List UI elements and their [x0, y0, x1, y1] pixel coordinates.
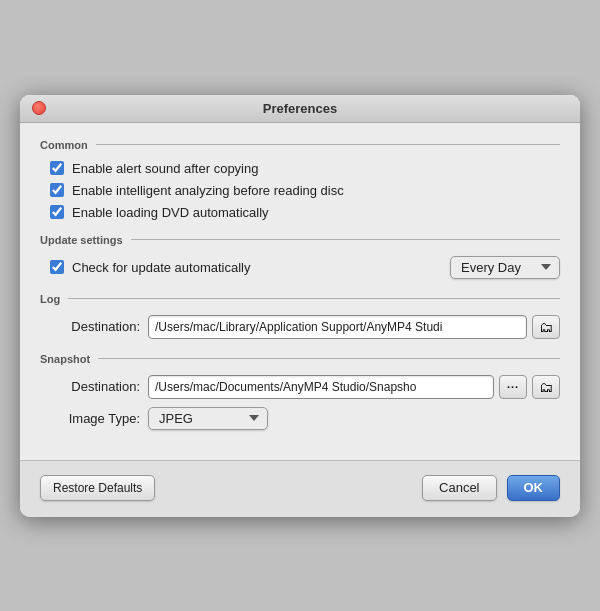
snapshot-section: Snapshot Destination: ··· 🗂 Image Type: …	[40, 353, 560, 430]
checkbox-check-update[interactable]	[50, 260, 64, 274]
window-title: Preferences	[263, 101, 337, 116]
checkbox-intelligent-analyzing-label: Enable intelligent analyzing before read…	[72, 183, 344, 198]
snapshot-section-label: Snapshot	[40, 353, 98, 365]
update-section-line	[131, 239, 560, 240]
checkbox-intelligent-analyzing-row: Enable intelligent analyzing before read…	[40, 183, 560, 198]
snapshot-ellipsis-button[interactable]: ···	[499, 375, 527, 399]
checkbox-alert-sound[interactable]	[50, 161, 64, 175]
window-body: Common Enable alert sound after copying …	[20, 123, 580, 460]
update-left: Check for update automatically	[50, 260, 250, 275]
folder-icon: 🗂	[539, 319, 553, 335]
snapshot-browse-button[interactable]: 🗂	[532, 375, 560, 399]
folder-icon-snapshot: 🗂	[539, 379, 553, 395]
close-button[interactable]	[32, 101, 46, 115]
log-browse-button[interactable]: 🗂	[532, 315, 560, 339]
footer-right: Cancel OK	[422, 475, 560, 501]
checkbox-loading-dvd[interactable]	[50, 205, 64, 219]
checkbox-loading-dvd-label: Enable loading DVD automatically	[72, 205, 269, 220]
checkbox-alert-sound-row: Enable alert sound after copying	[40, 161, 560, 176]
common-section-line	[96, 144, 560, 145]
snapshot-destination-row: Destination: ··· 🗂	[40, 375, 560, 399]
log-section-label: Log	[40, 293, 68, 305]
restore-defaults-button[interactable]: Restore Defaults	[40, 475, 155, 501]
log-section-header: Log	[40, 293, 560, 305]
update-frequency-dropdown[interactable]: Every Day Every Week Every Month Never	[450, 256, 560, 279]
image-type-row: Image Type: JPEG PNG BMP	[40, 407, 560, 430]
log-destination-input[interactable]	[148, 315, 527, 339]
image-type-label: Image Type:	[50, 411, 140, 426]
preferences-window: Preferences Common Enable alert sound af…	[20, 95, 580, 517]
common-section-label: Common	[40, 139, 96, 151]
ok-button[interactable]: OK	[507, 475, 561, 501]
ellipsis-icon: ···	[507, 381, 519, 393]
title-bar: Preferences	[20, 95, 580, 123]
common-section-header: Common	[40, 139, 560, 151]
checkbox-alert-sound-label: Enable alert sound after copying	[72, 161, 258, 176]
log-section: Log Destination: 🗂	[40, 293, 560, 339]
update-section-label: Update settings	[40, 234, 131, 246]
common-section: Common Enable alert sound after copying …	[40, 139, 560, 220]
footer: Restore Defaults Cancel OK	[20, 460, 580, 517]
image-type-dropdown[interactable]: JPEG PNG BMP	[148, 407, 268, 430]
log-section-line	[68, 298, 560, 299]
snapshot-section-line	[98, 358, 560, 359]
cancel-button[interactable]: Cancel	[422, 475, 496, 501]
checkbox-check-update-label: Check for update automatically	[72, 260, 250, 275]
snapshot-destination-input[interactable]	[148, 375, 494, 399]
checkbox-loading-dvd-row: Enable loading DVD automatically	[40, 205, 560, 220]
update-section-header: Update settings	[40, 234, 560, 246]
snapshot-section-header: Snapshot	[40, 353, 560, 365]
update-row: Check for update automatically Every Day…	[40, 256, 560, 279]
update-section: Update settings Check for update automat…	[40, 234, 560, 279]
snapshot-destination-label: Destination:	[50, 379, 140, 394]
checkbox-intelligent-analyzing[interactable]	[50, 183, 64, 197]
log-destination-row: Destination: 🗂	[40, 315, 560, 339]
log-destination-label: Destination:	[50, 319, 140, 334]
